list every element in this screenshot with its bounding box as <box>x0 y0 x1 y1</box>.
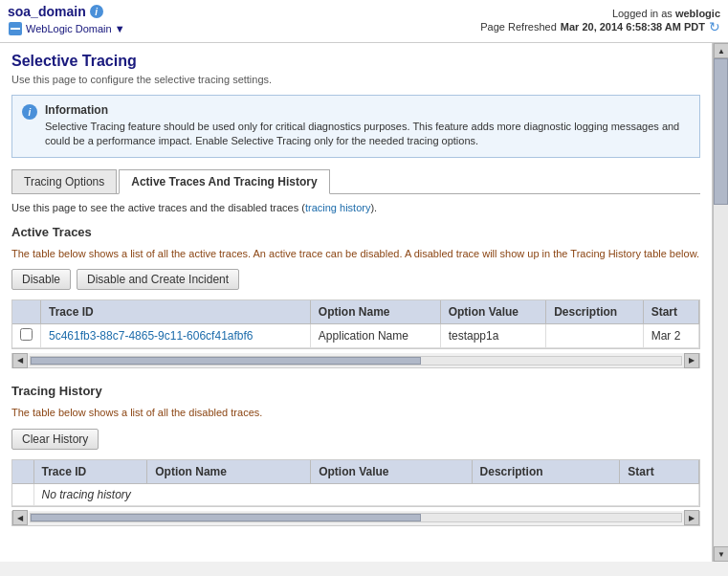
tracing-history-btn-row: Clear History <box>11 429 700 450</box>
hist-scroll-right-icon[interactable]: ▶ <box>684 510 699 525</box>
svg-rect-1 <box>11 28 20 30</box>
col-header-check <box>12 300 41 324</box>
clear-history-button[interactable]: Clear History <box>11 429 99 450</box>
scroll-track[interactable] <box>30 356 682 366</box>
info-box-content: Information Selective Tracing feature sh… <box>45 103 690 149</box>
scroll-thumb <box>31 357 421 365</box>
domain-info-icon[interactable]: i <box>90 5 103 18</box>
tab-tracing-options[interactable]: Tracing Options <box>11 169 117 193</box>
col-header-start: Start <box>643 300 698 324</box>
row-check[interactable] <box>12 324 41 348</box>
hist-col-header-check <box>12 460 33 484</box>
active-traces-btn-row: Disable Disable and Create Incident <box>11 269 700 290</box>
hist-col-header-option-value: Option Value <box>311 460 472 484</box>
tracing-history-link[interactable]: tracing history <box>305 202 370 213</box>
table-row: 5c461fb3-88c7-4865-9c11-606cf41afbf6 App… <box>12 324 699 348</box>
refresh-row: Page Refreshed Mar 20, 2014 6:58:38 AM P… <box>480 19 720 34</box>
tracing-history-table-container: Trace ID Option Name Option Value Descri… <box>11 459 700 507</box>
hist-col-header-trace-id: Trace ID <box>33 460 147 484</box>
no-data-message: No tracing history <box>33 483 699 505</box>
tab-active-traces[interactable]: Active Traces And Tracing History <box>119 169 329 194</box>
row-checkbox[interactable] <box>20 328 33 341</box>
v-scroll-track[interactable] <box>714 58 728 546</box>
login-status: Logged in as weblogic <box>480 8 720 19</box>
row-trace-id: 5c461fb3-88c7-4865-9c11-606cf41afbf6 <box>41 324 311 348</box>
active-traces-scrollbar: ◀ ▶ <box>11 353 700 368</box>
v-scroll-down-icon[interactable]: ▼ <box>714 546 728 562</box>
info-box-text: Selective Tracing feature should be used… <box>45 120 690 149</box>
row-option-name: Application Name <box>310 324 440 348</box>
tracing-history-section: Tracing History The table below shows a … <box>11 384 700 525</box>
v-scroll-thumb <box>714 58 728 205</box>
tracing-history-header: Tracing History <box>11 384 700 398</box>
weblogic-domain-button[interactable]: WebLogic Domain ▼ <box>8 19 125 38</box>
scroll-right-icon[interactable]: ▶ <box>684 353 699 368</box>
hist-col-header-option-name: Option Name <box>147 460 311 484</box>
info-box-icon: i <box>22 104 37 120</box>
page-subtitle: Use this page to configure the selective… <box>11 74 700 85</box>
content-area: Selective Tracing Use this page to confi… <box>0 43 713 562</box>
dropdown-arrow-icon: ▼ <box>115 23 125 34</box>
disable-create-incident-button[interactable]: Disable and Create Incident <box>77 269 239 290</box>
refresh-timestamp: Mar 20, 2014 6:58:38 AM PDT <box>561 21 705 33</box>
tracing-history-scrollbar: ◀ ▶ <box>11 511 700 526</box>
col-header-option-value: Option Value <box>440 300 545 324</box>
weblogic-icon <box>8 21 23 36</box>
tracing-history-table: Trace ID Option Name Option Value Descri… <box>12 460 699 506</box>
trace-id-link[interactable]: 5c461fb3-88c7-4865-9c11-606cf41afbf6 <box>49 329 254 343</box>
active-traces-table-container: Trace ID Option Name Option Value Descri… <box>11 299 700 349</box>
v-scroll-up-icon[interactable]: ▲ <box>714 43 728 58</box>
hist-scroll-track[interactable] <box>30 513 682 522</box>
row-option-value: testapp1a <box>440 324 545 348</box>
top-bar: soa_domain i WebLogic Domain ▼ Logged in… <box>0 0 728 43</box>
info-box-title: Information <box>45 103 690 117</box>
vertical-scrollbar: ▲ ▼ <box>713 43 728 562</box>
page-refreshed-label: Page Refreshed <box>480 21 557 33</box>
username: weblogic <box>675 8 720 19</box>
weblogic-domain-label: WebLogic Domain <box>26 23 112 34</box>
hist-scroll-thumb <box>31 514 421 521</box>
tracing-history-header-row: Trace ID Option Name Option Value Descri… <box>12 460 699 484</box>
tab-description: Use this page to see the active traces a… <box>11 202 700 213</box>
tabs-container: Tracing Options Active Traces And Tracin… <box>11 169 700 194</box>
info-box: i Information Selective Tracing feature … <box>11 95 700 158</box>
top-bar-left: soa_domain i WebLogic Domain ▼ <box>8 4 125 38</box>
no-data-check <box>12 483 33 505</box>
row-start: Mar 2 <box>643 324 698 348</box>
main-container: Selective Tracing Use this page to confi… <box>0 43 728 562</box>
domain-title-row: soa_domain i <box>8 4 125 19</box>
domain-name: soa_domain <box>8 4 86 19</box>
active-traces-table-header-row: Trace ID Option Name Option Value Descri… <box>12 300 699 324</box>
col-header-option-name: Option Name <box>310 300 440 324</box>
hist-col-header-start: Start <box>620 460 699 484</box>
active-traces-section: Active Traces The table below shows a li… <box>11 225 700 368</box>
scroll-left-icon[interactable]: ◀ <box>12 353 28 368</box>
tracing-history-note: The table below shows a list of all the … <box>11 406 700 420</box>
active-traces-header: Active Traces <box>11 225 700 239</box>
row-description <box>546 324 644 348</box>
logged-in-label: Logged in as <box>612 8 673 19</box>
disable-button[interactable]: Disable <box>11 269 71 290</box>
active-traces-note: The table below shows a list of all the … <box>11 247 700 261</box>
hist-col-header-description: Description <box>472 460 620 484</box>
col-header-description: Description <box>546 300 644 324</box>
hist-scroll-left-icon[interactable]: ◀ <box>12 510 28 525</box>
page-title: Selective Tracing <box>11 53 700 70</box>
refresh-button[interactable]: ↻ <box>709 19 720 34</box>
top-bar-right: Logged in as weblogic Page Refreshed Mar… <box>480 8 720 34</box>
no-data-row: No tracing history <box>12 483 699 505</box>
col-header-trace-id: Trace ID <box>41 300 311 324</box>
active-traces-table: Trace ID Option Name Option Value Descri… <box>12 300 699 348</box>
